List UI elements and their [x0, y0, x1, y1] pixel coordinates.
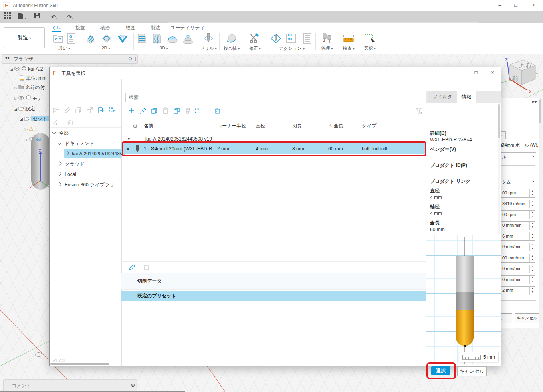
- tab-info[interactable]: 情報: [457, 91, 476, 103]
- browser-row-operation[interactable]: ▷: [25, 136, 42, 143]
- 2d-adaptive-icon[interactable]: [85, 32, 97, 45]
- col-name[interactable]: 名前: [144, 123, 217, 129]
- multiaxis-icon[interactable]: [226, 32, 238, 45]
- feed-per-rev-spinner[interactable]: 2 mm▴▾: [500, 286, 535, 295]
- measure-icon[interactable]: [343, 32, 355, 45]
- browser-row-settings[interactable]: ◢ 設定: [14, 105, 35, 112]
- tool-type-combobox[interactable]: ル ▾: [500, 152, 536, 161]
- 3d-scallop-icon[interactable]: [151, 32, 163, 45]
- search-input[interactable]: [125, 93, 422, 102]
- dialog-minimize-button[interactable]: –: [453, 67, 467, 79]
- browser-row-operation-warning[interactable]: ▷ ⚠: [25, 126, 34, 132]
- tab-utilities[interactable]: ユーティリティ: [170, 24, 205, 31]
- simulate-icon[interactable]: [270, 32, 282, 45]
- spinner-arrows-icon[interactable]: ▴▾: [529, 243, 535, 251]
- browser-row-document[interactable]: ◢ kai-A.2: [10, 66, 43, 72]
- dialog-maximize-button[interactable]: □: [469, 67, 483, 79]
- collapse-browser-icon[interactable]: ◀◀: [5, 56, 9, 59]
- view-cube[interactable]: 上 前 右 Z X: [497, 56, 541, 98]
- plunge-feed-spinner[interactable]: 0 mm/min▴▾: [500, 275, 535, 284]
- lead-in-feed-spinner[interactable]: 0 mm/min▴▾: [500, 243, 535, 251]
- select-icon[interactable]: [363, 32, 375, 45]
- group-modify[interactable]: 修正 ▾: [240, 46, 269, 51]
- spindle-speed-spinner[interactable]: 00 rpm▴▾: [500, 189, 535, 198]
- spinner-arrows-icon[interactable]: ▴▾: [529, 254, 535, 262]
- collapse-icon[interactable]: ▷: [14, 97, 17, 101]
- browser-row-units[interactable]: 単位: mm: [19, 75, 46, 81]
- group-3d[interactable]: 3D ▾: [149, 46, 178, 50]
- edit-tool-icon[interactable]: [138, 105, 148, 116]
- spinner-arrows-icon[interactable]: ▴▾: [529, 200, 535, 208]
- add-comment-icon[interactable]: ⊕: [131, 382, 135, 388]
- window-minimize-button[interactable]: –: [492, 0, 508, 11]
- save-button[interactable]: [32, 12, 42, 22]
- 3d-parallel-icon[interactable]: [136, 32, 148, 45]
- dialog-title-bar[interactable]: F 工具を選択 – □ ×: [50, 67, 501, 79]
- group-select[interactable]: 選択 ▾: [355, 46, 384, 51]
- edit-preset-icon[interactable]: [127, 262, 137, 272]
- copy-library-icon[interactable]: [73, 105, 83, 115]
- spinner-arrows-icon[interactable]: ▴▾: [529, 189, 535, 197]
- delete-tool-icon[interactable]: [212, 105, 222, 116]
- ramp-feed-spinner[interactable]: 0 mm/min▴▾: [500, 265, 535, 273]
- cancel-button[interactable]: キャンセル: [457, 366, 487, 376]
- browser-header[interactable]: ◀◀ ブラウザ ⊖ |: [2, 54, 138, 64]
- col-flute-length[interactable]: 刃長: [292, 123, 328, 129]
- group-actions[interactable]: アクション ▾: [276, 46, 308, 51]
- comment-bar[interactable]: コメント ⊕ |: [3, 379, 137, 392]
- 2d-contour-icon[interactable]: [117, 32, 129, 45]
- tree-item-fusion-library[interactable]: Fusion 360 ライブラリ: [50, 180, 121, 190]
- col-overall-length[interactable]: ⚠ 全長: [328, 123, 362, 129]
- browser-row-named-views[interactable]: ▷ 名前の付: [14, 84, 45, 91]
- post-process-icon[interactable]: G1G2: [285, 32, 297, 45]
- preset-row-selected[interactable]: 既定のプリセット: [121, 291, 426, 301]
- browser-row-models[interactable]: ▷ モデ: [14, 95, 42, 101]
- spinner-arrows-icon[interactable]: ▴▾: [529, 211, 535, 219]
- new-folder-icon[interactable]: [51, 105, 61, 115]
- 3d-horizontal-icon[interactable]: [166, 32, 178, 45]
- tool-row-selected[interactable]: ▶ 1 - Ø4mm L20mm (WXL-EBD-R... 2 mm 4 mm…: [121, 143, 426, 154]
- tab-fabrication[interactable]: 製法: [151, 24, 160, 31]
- tree-item-cloud[interactable]: クラウド: [50, 159, 121, 169]
- cutting-feed-spinner[interactable]: 0 mm/min▴▾: [500, 221, 535, 230]
- workspace-switcher[interactable]: 製造 ▾: [4, 27, 45, 48]
- delete-preset-icon[interactable]: [141, 262, 151, 272]
- preset-combobox[interactable]: タム ▾: [500, 178, 536, 186]
- export-library-icon[interactable]: [96, 105, 106, 115]
- spinner-arrows-icon[interactable]: ▴▾: [529, 222, 535, 230]
- 3d-spiral-icon[interactable]: [182, 32, 194, 45]
- table-group-row[interactable]: ▼ kai-A.20140205162443508 v19: [121, 135, 426, 143]
- tab-turning[interactable]: 旋盤: [75, 24, 85, 31]
- browse-button[interactable]: ...: [500, 131, 506, 139]
- tab-mill[interactable]: ミル: [52, 24, 61, 32]
- browser-row-setup[interactable]: ◢ セット: [20, 115, 49, 122]
- collapse-group-icon[interactable]: ▼: [127, 135, 131, 143]
- modify-icon[interactable]: [249, 32, 261, 45]
- expand-icon[interactable]: ◢: [20, 117, 23, 121]
- renumber-tools-icon[interactable]: 1-62→7: [195, 105, 204, 118]
- tab-filter[interactable]: フィルタ: [428, 91, 457, 103]
- undo-button[interactable]: ↶▾: [47, 12, 61, 22]
- collapse-icon[interactable]: ▷: [25, 138, 28, 142]
- ramp-speed-spinner[interactable]: 00 rpm▴▾: [500, 210, 535, 219]
- spinner-arrows-icon[interactable]: ▴▾: [529, 265, 535, 273]
- expand-icon[interactable]: ◢: [10, 67, 13, 71]
- lead-out-feed-spinner[interactable]: 00 mm/min▴▾: [500, 254, 535, 263]
- group-settings[interactable]: 設定 ▾: [50, 46, 79, 51]
- info-scrollbar[interactable]: [498, 103, 500, 235]
- panel-scrollbar[interactable]: [539, 98, 542, 327]
- eye-icon[interactable]: [18, 95, 24, 101]
- dialog-close-button[interactable]: ×: [486, 67, 500, 79]
- 2d-pocket-icon[interactable]: [101, 32, 113, 45]
- eye-icon[interactable]: [14, 66, 20, 71]
- tab-additive[interactable]: 積層: [100, 24, 110, 31]
- tree-item-documents[interactable]: ドキュメント: [50, 139, 121, 148]
- browser-remove-icon[interactable]: ⊖: [128, 56, 132, 61]
- setup-sheet-icon[interactable]: [301, 32, 313, 45]
- panel-ok-button[interactable]: K: [500, 313, 512, 323]
- window-close-button[interactable]: ×: [525, 0, 541, 11]
- drill-icon[interactable]: [202, 32, 214, 45]
- tree-item-local[interactable]: Local: [50, 170, 121, 179]
- spinner-arrows-icon[interactable]: ▴▾: [529, 287, 535, 295]
- expand-icon[interactable]: ◢: [14, 107, 17, 111]
